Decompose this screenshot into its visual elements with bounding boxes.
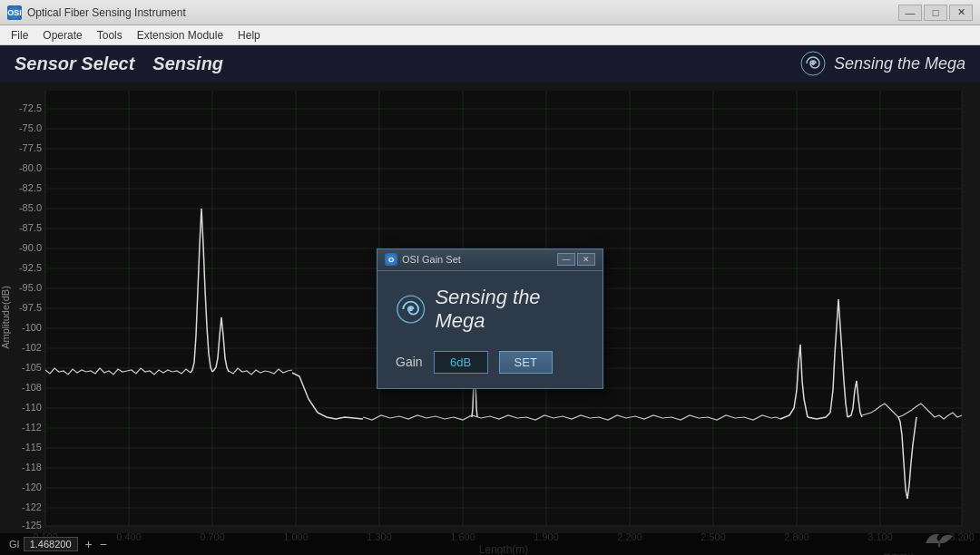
dialog-close-button[interactable]: ✕	[577, 253, 595, 266]
logo-icon	[799, 50, 827, 77]
window-controls: — □ ✕	[898, 5, 973, 21]
menu-bar: File Operate Tools Extension Module Help	[0, 25, 980, 45]
dialog-app-icon: O	[385, 253, 397, 266]
dialog-logo: Sensing the Mega	[396, 286, 584, 333]
dialog-logo-text: Sensing the Mega	[435, 286, 584, 333]
minimize-button[interactable]: —	[898, 5, 922, 21]
gain-label: Gain	[396, 355, 423, 369]
toolbar-logo: Sensing the Mega	[799, 50, 965, 77]
menu-file[interactable]: File	[4, 27, 35, 44]
title-bar: OSI Optical Fiber Sensing Instrument — □…	[0, 0, 980, 25]
chart-area: -72.5 -75.0 -77.5 -80.0 -82.5 -85.0 -87.…	[0, 82, 980, 555]
nav-sensor-select[interactable]: Sensor Select	[15, 54, 134, 74]
menu-help[interactable]: Help	[230, 27, 268, 44]
dialog-title: OSI Gain Set	[402, 254, 557, 265]
toolbar: Sensor Select Sensing Sensing the Mega	[0, 45, 980, 82]
maximize-button[interactable]: □	[924, 5, 947, 21]
menu-extension-module[interactable]: Extension Module	[130, 27, 230, 44]
close-button[interactable]: ✕	[949, 5, 973, 21]
gain-input[interactable]	[434, 351, 488, 374]
svg-point-1	[811, 62, 815, 65]
dialog-controls-row: Gain SET	[396, 351, 584, 374]
logo-text: Sensing the Mega	[834, 54, 965, 73]
dialog-minimize-button[interactable]: —	[557, 253, 575, 266]
menu-operate[interactable]: Operate	[35, 27, 89, 44]
modal-overlay: O OSI Gain Set — ✕	[0, 82, 980, 555]
set-button[interactable]: SET	[499, 351, 553, 374]
dialog-controls: — ✕	[557, 253, 595, 266]
dialog-body: Sensing the Mega Gain SET	[377, 271, 603, 388]
gain-set-dialog: O OSI Gain Set — ✕	[377, 248, 603, 389]
dialog-title-bar: O OSI Gain Set — ✕	[377, 249, 603, 271]
svg-point-75	[408, 307, 413, 311]
nav-sensing[interactable]: Sensing	[152, 54, 223, 74]
dialog-logo-icon	[396, 293, 426, 326]
app-title: Optical Fiber Sensing Instrument	[27, 6, 898, 19]
app-icon: OSI	[7, 5, 22, 20]
menu-tools[interactable]: Tools	[90, 27, 130, 44]
main-content: -72.5 -75.0 -77.5 -80.0 -82.5 -85.0 -87.…	[0, 82, 980, 555]
